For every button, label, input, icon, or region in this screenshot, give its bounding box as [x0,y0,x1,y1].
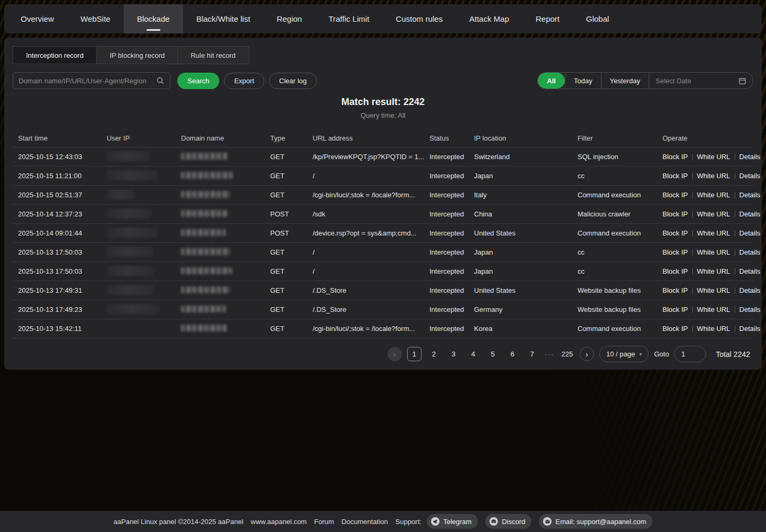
block-ip-link[interactable]: Block IP [662,248,688,256]
page-number[interactable]: 7 [525,347,539,361]
table-header-cell: Type [270,134,313,142]
block-ip-link[interactable]: Block IP [662,172,688,180]
details-link[interactable]: Details [739,286,761,294]
operate-divider [735,192,735,198]
nav-tab[interactable]: Global [573,4,622,33]
range-yesterday-button[interactable]: Yesterday [601,73,649,89]
page-number[interactable]: 1 [407,347,421,361]
page-number[interactable]: 3 [446,347,461,361]
date-filters: All Today Yesterday Select Date [537,72,753,89]
cell-filter: Command execution [578,325,662,333]
nav-tab[interactable]: Black/White list [183,4,264,33]
nav-tab[interactable]: Attack Map [456,4,522,33]
white-url-link[interactable]: White URL [697,229,730,237]
cell-status: Intercepted [429,191,474,199]
cell-url-address: / [313,248,429,256]
nav-tab[interactable]: Overview [7,4,67,33]
block-ip-link[interactable]: Block IP [662,267,688,275]
cell-status: Intercepted [429,325,474,333]
cell-ip-location: Japan [474,248,578,256]
redacted-user-ip [107,228,158,238]
cell-type: GET [270,286,313,294]
cell-operate: Block IP White URL Details [662,153,760,161]
white-url-link[interactable]: White URL [697,248,730,256]
search-input[interactable] [19,77,156,85]
white-url-link[interactable]: White URL [697,325,730,333]
details-link[interactable]: Details [739,248,761,256]
nav-tab[interactable]: WebSite [67,4,124,33]
prev-page-button[interactable]: ‹ [388,347,402,361]
table-header-cell: Filter [578,134,662,142]
table-row: 2025-10-15 12:43:03 GET /kp/PreviewKPQT.… [13,147,753,167]
block-ip-link[interactable]: Block IP [662,191,688,199]
record-tab[interactable]: Rule hit record [177,46,249,64]
redacted-domain-name [181,325,227,332]
page-number[interactable]: 2 [427,347,441,361]
redacted-domain-name [181,172,233,179]
cell-operate: Block IP White URL Details [662,286,760,294]
cell-domain-name [181,210,270,219]
page-size-select[interactable]: 10 / page ▾ [599,346,649,362]
page-number[interactable]: 4 [466,347,480,361]
nav-tab[interactable]: Blockade [124,4,183,33]
cell-url-address: /cgi-bin/luci/;stok = /locale?form... [313,325,429,333]
website-link[interactable]: www.aapanel.com [251,518,307,526]
nav-tab[interactable]: Report [522,4,573,33]
forum-link[interactable]: Forum [314,518,334,526]
range-today-button[interactable]: Today [565,73,601,89]
export-button[interactable]: Export [224,73,264,89]
range-all-button[interactable]: All [538,73,565,89]
block-ip-link[interactable]: Block IP [662,286,688,294]
select-date-input[interactable]: Select Date [649,73,753,89]
next-page-button[interactable]: › [580,347,594,361]
white-url-link[interactable]: White URL [697,267,730,275]
block-ip-link[interactable]: Block IP [662,153,688,161]
details-link[interactable]: Details [739,172,761,180]
details-link[interactable]: Details [739,325,761,333]
details-link[interactable]: Details [739,267,761,275]
clear-log-button[interactable]: Clear log [269,73,317,89]
cell-user-ip [107,151,181,163]
details-link[interactable]: Details [739,306,761,313]
white-url-link[interactable]: White URL [697,286,730,294]
nav-tab[interactable]: Custom rules [383,4,456,33]
table-row: 2025-10-13 17:49:31 GET /.DS_Store Inter… [13,281,753,300]
cell-filter: cc [578,172,662,180]
calendar-icon [738,77,746,85]
white-url-link[interactable]: White URL [697,153,730,161]
details-link[interactable]: Details [739,153,761,161]
search-button[interactable]: Search [177,73,219,89]
details-link[interactable]: Details [739,229,761,237]
block-ip-link[interactable]: Block IP [662,229,688,237]
telegram-button[interactable]: Telegram [427,514,478,529]
white-url-link[interactable]: White URL [697,210,730,218]
white-url-link[interactable]: White URL [697,191,730,199]
page-number[interactable]: 5 [486,347,500,361]
cell-status: Intercepted [429,306,474,313]
redacted-domain-name [181,210,228,217]
white-url-link[interactable]: White URL [697,306,730,313]
cell-filter: SQL injection [578,153,662,161]
last-page-number[interactable]: 225 [560,347,574,361]
nav-tab[interactable]: Region [263,4,315,33]
block-ip-link[interactable]: Block IP [662,325,688,333]
details-link[interactable]: Details [739,191,761,199]
page-number[interactable]: 6 [505,347,520,361]
cell-type: GET [270,267,313,275]
goto-page-input[interactable] [674,346,706,362]
block-ip-link[interactable]: Block IP [662,306,688,313]
record-tab[interactable]: Interception record [13,46,97,64]
redacted-domain-name [181,191,230,198]
block-ip-link[interactable]: Block IP [662,210,688,218]
total-count: Total 2242 [716,350,750,359]
white-url-link[interactable]: White URL [697,172,730,180]
search-box[interactable] [13,72,170,89]
nav-tab[interactable]: Traffic Limit [315,4,383,33]
details-link[interactable]: Details [739,210,761,218]
operate-divider [735,287,735,294]
cell-operate: Block IP White URL Details [662,172,760,180]
record-tab[interactable]: IP blocking record [96,46,178,64]
documentation-link[interactable]: Documentation [341,518,388,526]
email-button[interactable]: Email: support@aapanel.com [539,514,652,529]
discord-button[interactable]: Discord [485,514,531,529]
